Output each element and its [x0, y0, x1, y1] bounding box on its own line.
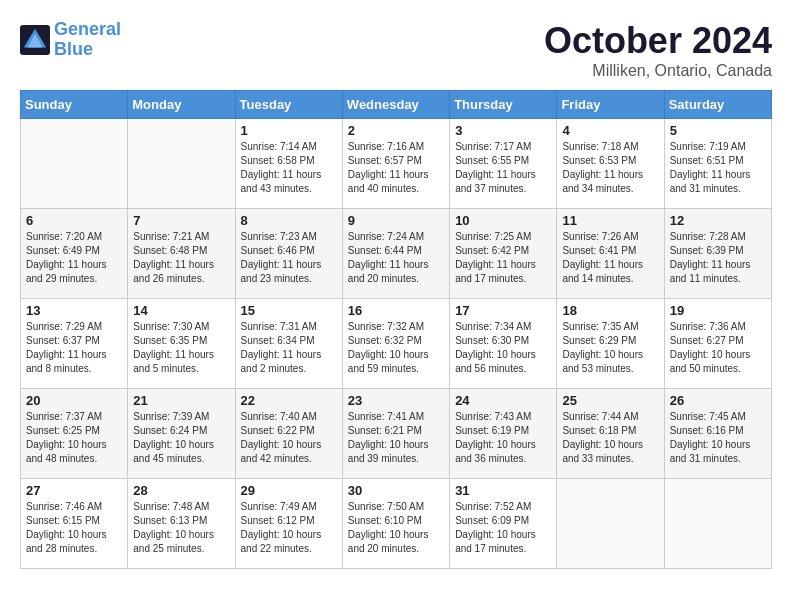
day-cell: 28Sunrise: 7:48 AM Sunset: 6:13 PM Dayli… — [128, 479, 235, 569]
day-cell: 12Sunrise: 7:28 AM Sunset: 6:39 PM Dayli… — [664, 209, 771, 299]
week-row-4: 27Sunrise: 7:46 AM Sunset: 6:15 PM Dayli… — [21, 479, 772, 569]
day-info: Sunrise: 7:26 AM Sunset: 6:41 PM Dayligh… — [562, 230, 658, 286]
day-info: Sunrise: 7:17 AM Sunset: 6:55 PM Dayligh… — [455, 140, 551, 196]
day-cell: 25Sunrise: 7:44 AM Sunset: 6:18 PM Dayli… — [557, 389, 664, 479]
header-cell-friday: Friday — [557, 91, 664, 119]
day-info: Sunrise: 7:49 AM Sunset: 6:12 PM Dayligh… — [241, 500, 337, 556]
day-number: 18 — [562, 303, 658, 318]
day-info: Sunrise: 7:20 AM Sunset: 6:49 PM Dayligh… — [26, 230, 122, 286]
day-info: Sunrise: 7:35 AM Sunset: 6:29 PM Dayligh… — [562, 320, 658, 376]
day-number: 20 — [26, 393, 122, 408]
day-number: 3 — [455, 123, 551, 138]
day-cell — [557, 479, 664, 569]
day-number: 21 — [133, 393, 229, 408]
day-info: Sunrise: 7:32 AM Sunset: 6:32 PM Dayligh… — [348, 320, 444, 376]
header-cell-saturday: Saturday — [664, 91, 771, 119]
day-number: 9 — [348, 213, 444, 228]
logo-icon — [20, 25, 50, 55]
day-info: Sunrise: 7:37 AM Sunset: 6:25 PM Dayligh… — [26, 410, 122, 466]
logo-text: General Blue — [54, 20, 121, 60]
day-cell: 16Sunrise: 7:32 AM Sunset: 6:32 PM Dayli… — [342, 299, 449, 389]
day-number: 2 — [348, 123, 444, 138]
day-cell: 13Sunrise: 7:29 AM Sunset: 6:37 PM Dayli… — [21, 299, 128, 389]
day-cell: 11Sunrise: 7:26 AM Sunset: 6:41 PM Dayli… — [557, 209, 664, 299]
calendar-header: SundayMondayTuesdayWednesdayThursdayFrid… — [21, 91, 772, 119]
header: General Blue October 2024 Milliken, Onta… — [20, 20, 772, 80]
day-info: Sunrise: 7:31 AM Sunset: 6:34 PM Dayligh… — [241, 320, 337, 376]
day-info: Sunrise: 7:25 AM Sunset: 6:42 PM Dayligh… — [455, 230, 551, 286]
day-number: 24 — [455, 393, 551, 408]
day-info: Sunrise: 7:46 AM Sunset: 6:15 PM Dayligh… — [26, 500, 122, 556]
day-cell: 24Sunrise: 7:43 AM Sunset: 6:19 PM Dayli… — [450, 389, 557, 479]
day-info: Sunrise: 7:24 AM Sunset: 6:44 PM Dayligh… — [348, 230, 444, 286]
day-info: Sunrise: 7:30 AM Sunset: 6:35 PM Dayligh… — [133, 320, 229, 376]
day-number: 13 — [26, 303, 122, 318]
header-cell-tuesday: Tuesday — [235, 91, 342, 119]
day-info: Sunrise: 7:36 AM Sunset: 6:27 PM Dayligh… — [670, 320, 766, 376]
day-cell: 18Sunrise: 7:35 AM Sunset: 6:29 PM Dayli… — [557, 299, 664, 389]
day-cell: 29Sunrise: 7:49 AM Sunset: 6:12 PM Dayli… — [235, 479, 342, 569]
day-cell: 20Sunrise: 7:37 AM Sunset: 6:25 PM Dayli… — [21, 389, 128, 479]
day-number: 11 — [562, 213, 658, 228]
day-cell: 14Sunrise: 7:30 AM Sunset: 6:35 PM Dayli… — [128, 299, 235, 389]
day-cell: 8Sunrise: 7:23 AM Sunset: 6:46 PM Daylig… — [235, 209, 342, 299]
day-info: Sunrise: 7:23 AM Sunset: 6:46 PM Dayligh… — [241, 230, 337, 286]
day-cell: 4Sunrise: 7:18 AM Sunset: 6:53 PM Daylig… — [557, 119, 664, 209]
logo-line2: Blue — [54, 39, 93, 59]
day-number: 28 — [133, 483, 229, 498]
day-number: 16 — [348, 303, 444, 318]
day-cell: 21Sunrise: 7:39 AM Sunset: 6:24 PM Dayli… — [128, 389, 235, 479]
day-number: 23 — [348, 393, 444, 408]
day-number: 12 — [670, 213, 766, 228]
header-cell-monday: Monday — [128, 91, 235, 119]
day-info: Sunrise: 7:29 AM Sunset: 6:37 PM Dayligh… — [26, 320, 122, 376]
day-info: Sunrise: 7:34 AM Sunset: 6:30 PM Dayligh… — [455, 320, 551, 376]
day-number: 8 — [241, 213, 337, 228]
day-number: 31 — [455, 483, 551, 498]
day-cell: 31Sunrise: 7:52 AM Sunset: 6:09 PM Dayli… — [450, 479, 557, 569]
calendar-title: October 2024 — [544, 20, 772, 62]
logo-line1: General — [54, 19, 121, 39]
day-cell: 23Sunrise: 7:41 AM Sunset: 6:21 PM Dayli… — [342, 389, 449, 479]
day-info: Sunrise: 7:50 AM Sunset: 6:10 PM Dayligh… — [348, 500, 444, 556]
day-number: 14 — [133, 303, 229, 318]
day-cell: 9Sunrise: 7:24 AM Sunset: 6:44 PM Daylig… — [342, 209, 449, 299]
day-info: Sunrise: 7:19 AM Sunset: 6:51 PM Dayligh… — [670, 140, 766, 196]
day-info: Sunrise: 7:48 AM Sunset: 6:13 PM Dayligh… — [133, 500, 229, 556]
day-cell: 5Sunrise: 7:19 AM Sunset: 6:51 PM Daylig… — [664, 119, 771, 209]
day-cell: 3Sunrise: 7:17 AM Sunset: 6:55 PM Daylig… — [450, 119, 557, 209]
day-info: Sunrise: 7:16 AM Sunset: 6:57 PM Dayligh… — [348, 140, 444, 196]
day-cell: 17Sunrise: 7:34 AM Sunset: 6:30 PM Dayli… — [450, 299, 557, 389]
day-cell: 7Sunrise: 7:21 AM Sunset: 6:48 PM Daylig… — [128, 209, 235, 299]
week-row-0: 1Sunrise: 7:14 AM Sunset: 6:58 PM Daylig… — [21, 119, 772, 209]
day-info: Sunrise: 7:14 AM Sunset: 6:58 PM Dayligh… — [241, 140, 337, 196]
day-number: 30 — [348, 483, 444, 498]
day-info: Sunrise: 7:28 AM Sunset: 6:39 PM Dayligh… — [670, 230, 766, 286]
day-info: Sunrise: 7:44 AM Sunset: 6:18 PM Dayligh… — [562, 410, 658, 466]
week-row-2: 13Sunrise: 7:29 AM Sunset: 6:37 PM Dayli… — [21, 299, 772, 389]
day-number: 6 — [26, 213, 122, 228]
calendar-table: SundayMondayTuesdayWednesdayThursdayFrid… — [20, 90, 772, 569]
day-info: Sunrise: 7:45 AM Sunset: 6:16 PM Dayligh… — [670, 410, 766, 466]
day-number: 10 — [455, 213, 551, 228]
day-cell: 1Sunrise: 7:14 AM Sunset: 6:58 PM Daylig… — [235, 119, 342, 209]
day-cell: 15Sunrise: 7:31 AM Sunset: 6:34 PM Dayli… — [235, 299, 342, 389]
day-cell — [664, 479, 771, 569]
day-number: 29 — [241, 483, 337, 498]
day-number: 4 — [562, 123, 658, 138]
day-number: 27 — [26, 483, 122, 498]
day-cell — [128, 119, 235, 209]
calendar-subtitle: Milliken, Ontario, Canada — [544, 62, 772, 80]
day-number: 7 — [133, 213, 229, 228]
day-info: Sunrise: 7:21 AM Sunset: 6:48 PM Dayligh… — [133, 230, 229, 286]
day-cell — [21, 119, 128, 209]
day-info: Sunrise: 7:40 AM Sunset: 6:22 PM Dayligh… — [241, 410, 337, 466]
day-cell: 19Sunrise: 7:36 AM Sunset: 6:27 PM Dayli… — [664, 299, 771, 389]
logo: General Blue — [20, 20, 121, 60]
header-cell-wednesday: Wednesday — [342, 91, 449, 119]
day-cell: 10Sunrise: 7:25 AM Sunset: 6:42 PM Dayli… — [450, 209, 557, 299]
week-row-3: 20Sunrise: 7:37 AM Sunset: 6:25 PM Dayli… — [21, 389, 772, 479]
day-cell: 30Sunrise: 7:50 AM Sunset: 6:10 PM Dayli… — [342, 479, 449, 569]
title-area: October 2024 Milliken, Ontario, Canada — [544, 20, 772, 80]
day-info: Sunrise: 7:41 AM Sunset: 6:21 PM Dayligh… — [348, 410, 444, 466]
